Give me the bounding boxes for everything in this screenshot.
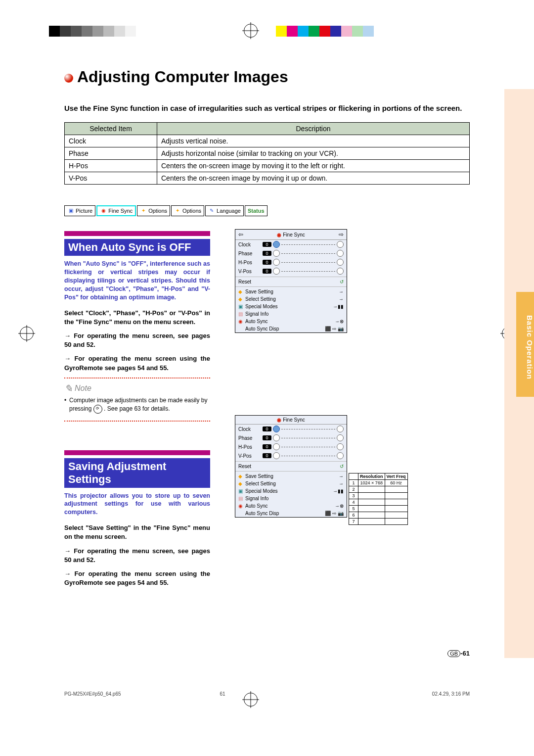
tab-language[interactable]: ✎Language	[205, 205, 244, 216]
fine-sync-menu-2: ◉Fine Sync Clock0 Phase0 H-Pos0 V-Pos0 R…	[235, 415, 347, 518]
tab-picture[interactable]: ▣Picture	[64, 205, 95, 216]
sync-icon: ◉	[238, 319, 244, 324]
reset-icon: ↺	[340, 464, 344, 469]
menu-reset[interactable]: Reset↺	[235, 463, 347, 470]
crosshair-left-icon	[20, 327, 34, 340]
print-registration-right	[276, 26, 385, 37]
table-row: H-PosCenters the on-screen image by movi…	[65, 160, 470, 172]
slider-hpos[interactable]: H-Pos0	[235, 258, 347, 267]
menu-special-modes[interactable]: ▣Special Modes→▮▮	[235, 303, 347, 310]
fine-sync-menu-1: ⇦ ◉Fine Sync ⇨ Clock0 Phase0 H-Pos0 V-Po…	[235, 229, 347, 333]
menu-auto-sync-disp[interactable]: Auto Sync Disp⬛ ⇨ 📷	[235, 325, 347, 332]
menu-save-setting[interactable]: ◆Save Setting→	[235, 288, 347, 295]
section-heading-saving: Saving Adjustment Settings	[64, 458, 210, 488]
menu-signal-info[interactable]: ▤Signal Info	[235, 310, 347, 318]
title-bullet-icon	[64, 74, 73, 83]
dotted-rule	[64, 378, 210, 380]
slider-clock[interactable]: Clock0	[235, 425, 347, 433]
print-registration-left	[49, 26, 136, 37]
picture-icon: ▣	[67, 208, 74, 214]
menu-auto-sync-disp[interactable]: Auto Sync Disp⬛ ⇨ 📷	[235, 510, 347, 517]
footer-timestamp: 02.4.29, 3:16 PM	[432, 691, 470, 697]
menu-signal-info[interactable]: ▤Signal Info	[235, 495, 347, 502]
table-row: PhaseAdjusts horizontal noise (similar t…	[65, 147, 470, 160]
intro-paragraph: Use the Fine Sync function in case of ir…	[64, 103, 470, 113]
table-header-description: Description	[157, 123, 470, 135]
page-number: GB-61	[447, 650, 470, 657]
options-icon: ✦	[174, 208, 181, 214]
tab-fine-sync[interactable]: ◉Fine Sync	[96, 205, 136, 216]
language-icon: ✎	[208, 208, 215, 214]
modes-icon: ▣	[238, 304, 244, 309]
note-body: Computer image adjustments can be made e…	[64, 396, 210, 414]
slider-hpos[interactable]: H-Pos0	[235, 442, 347, 451]
slider-phase[interactable]: Phase0	[235, 433, 347, 442]
arrow-right-icon[interactable]: ⇨	[339, 231, 344, 238]
info-icon: ▤	[238, 496, 244, 501]
section1-ref-2: For operating the menu screen using the …	[64, 354, 210, 372]
page-title: Adjusting Computer Images	[64, 68, 470, 86]
section2-blue-paragraph: This projector allows you to store up to…	[64, 492, 210, 517]
sync-icon: ◉	[238, 503, 244, 508]
menu-auto-sync[interactable]: ◉Auto Sync→⊗	[235, 318, 347, 325]
table-row: ClockAdjusts vertical noise.	[65, 135, 470, 147]
menu-select-setting[interactable]: ◆Select Setting→	[235, 480, 347, 487]
menu-save-setting[interactable]: ◆Save Setting→	[235, 472, 347, 480]
sync-icon: ◉	[100, 208, 107, 214]
pencil-icon: ✎	[64, 382, 73, 394]
footer-page: 61	[121, 691, 432, 697]
section-heading-auto-sync-off: When Auto Sync is OFF	[64, 239, 210, 256]
menu-auto-sync[interactable]: ◉Auto Sync→⊗	[235, 502, 347, 510]
crosshair-top-icon	[244, 24, 258, 38]
tab-status[interactable]: Status	[245, 205, 267, 216]
diamond-icon: ◆	[238, 473, 244, 478]
settings-table: Selected Item Description ClockAdjusts v…	[64, 122, 470, 185]
options-icon: ✦	[140, 208, 147, 214]
menu-tab-bar: ▣Picture ◉Fine Sync ✦Options ✦Options ✎L…	[64, 205, 470, 216]
table-header-item: Selected Item	[65, 123, 157, 135]
slider-clock[interactable]: Clock0	[235, 240, 347, 249]
arrow-left-icon[interactable]: ⇦	[238, 231, 243, 238]
autosync-button-icon: ⟳	[93, 405, 102, 414]
slider-vpos[interactable]: V-Pos0	[235, 451, 347, 460]
section2-instruction: Select "Save Setting" in the "Fine Sync"…	[64, 523, 210, 541]
modes-icon: ▣	[238, 488, 244, 493]
sync-icon: ◉	[277, 232, 281, 237]
menu-reset[interactable]: Reset↺	[235, 278, 347, 285]
diamond-icon: ◆	[238, 296, 244, 301]
menu-select-setting[interactable]: ◆Select Setting→	[235, 295, 347, 303]
footer: PG-M25X#E#p50_64.p65 61 02.4.29, 3:16 PM	[64, 691, 470, 697]
sync-icon: ◉	[277, 417, 281, 423]
section1-blue-paragraph: When "Auto Sync" is "OFF", interference …	[64, 260, 210, 301]
slider-vpos[interactable]: V-Pos0	[235, 267, 347, 276]
slider-phase[interactable]: Phase0	[235, 249, 347, 258]
section1-instruction: Select "Clock", "Phase", "H-Pos" or "V-P…	[64, 309, 210, 327]
note-heading: ✎ Note	[64, 382, 210, 394]
section1-ref-1: For operating the menu screen, see pages…	[64, 331, 210, 349]
reset-icon: ↺	[340, 279, 344, 284]
side-tab-basic-operation: Basic Operation	[516, 292, 534, 397]
section-accent-bar	[64, 231, 210, 236]
info-icon: ▤	[238, 311, 244, 316]
section2-ref-2: For operating the menu screen using the …	[64, 569, 210, 587]
resolution-table: ResolutionVert Freq 11024 × 76860 Hz 2 3…	[349, 473, 408, 525]
dotted-rule	[64, 421, 210, 424]
footer-filename: PG-M25X#E#p50_64.p65	[64, 691, 121, 697]
menu-special-modes[interactable]: ▣Special Modes→▮▮	[235, 487, 347, 495]
tab-options-1[interactable]: ✦Options	[137, 205, 170, 216]
section-accent-bar	[64, 450, 210, 455]
tab-options-2[interactable]: ✦Options	[171, 205, 204, 216]
section2-ref-1: For operating the menu screen, see pages…	[64, 547, 210, 565]
diamond-icon: ◆	[238, 289, 244, 294]
diamond-icon: ◆	[238, 481, 244, 486]
table-row: V-PosCenters the on-screen image by movi…	[65, 172, 470, 185]
